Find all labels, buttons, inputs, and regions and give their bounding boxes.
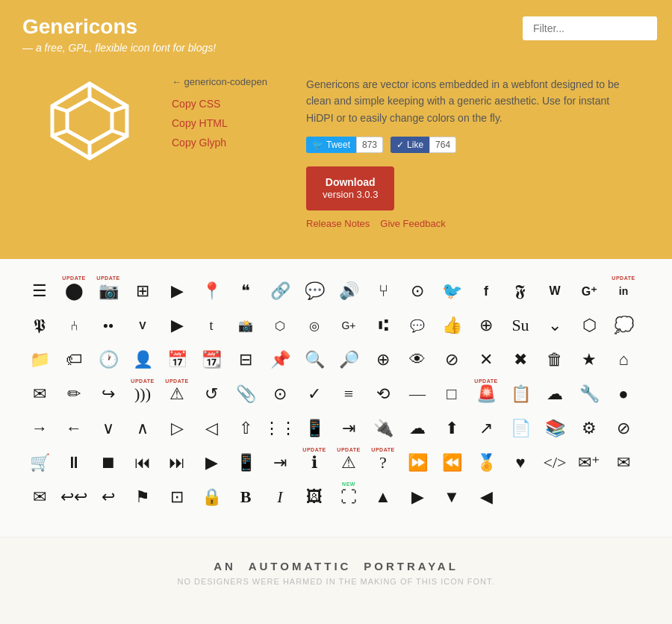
icon-linkedin[interactable]: UPDATE in — [606, 274, 641, 308]
icon-tumblr[interactable]: t — [194, 308, 228, 343]
icon-mail2[interactable]: ✉ — [606, 446, 641, 480]
icon-pages[interactable]: ⊡ — [160, 480, 194, 514]
give-feedback-link[interactable]: Give Feedback — [380, 218, 445, 229]
icon-clock[interactable]: 🕐 — [91, 343, 125, 377]
icon-instagram[interactable]: 📸 — [228, 308, 263, 343]
icon-grid2[interactable]: ⊟ — [228, 343, 263, 377]
copy-css-link[interactable]: Copy CSS — [172, 98, 276, 110]
icon-arrow-left[interactable]: ← — [57, 411, 91, 446]
like-button[interactable]: ✓ Like — [391, 137, 429, 153]
icon-document[interactable]: 📄 — [503, 411, 538, 446]
icon-chevron-down2[interactable]: ▼ — [435, 480, 469, 514]
icon-italic[interactable]: I — [263, 480, 297, 514]
icon-upload[interactable]: ⇧ — [228, 411, 263, 446]
icon-skip-forward[interactable]: ⏩ — [400, 446, 435, 480]
icon-apps[interactable]: ⋮⋮ — [263, 411, 297, 446]
icon-heart[interactable]: ♥ — [503, 446, 538, 480]
icon-pocket[interactable]: ⌄ — [538, 308, 572, 343]
release-notes-link[interactable]: Release Notes — [306, 218, 370, 229]
icon-dropbox[interactable]: ⬡ — [572, 308, 606, 343]
icon-chevron-left[interactable]: ◀ — [469, 480, 503, 514]
icon-reddit[interactable]: ⊕ — [469, 308, 503, 343]
icon-pushpin[interactable]: 📌 — [263, 343, 297, 377]
icon-mail[interactable]: ✉ — [22, 377, 57, 411]
icon-x[interactable]: ✖ — [503, 343, 538, 377]
icon-tag[interactable]: 🏷 — [57, 343, 91, 377]
icon-pinterest[interactable]: ⑃ — [57, 308, 91, 343]
icon-search-plus[interactable]: ⊕ — [366, 343, 400, 377]
icon-github[interactable]: ⑂ — [366, 274, 400, 308]
icon-location[interactable]: ⊙ — [263, 377, 297, 411]
icon-triangle-up[interactable]: ▲ — [366, 480, 400, 514]
icon-trash[interactable]: 🗑 — [538, 343, 572, 377]
icon-camera[interactable]: UPDATE📷 — [91, 274, 125, 308]
copy-html-link[interactable]: Copy HTML — [172, 117, 276, 129]
icon-link[interactable]: 🔗 — [263, 274, 297, 308]
icon-play[interactable]: ▶ — [160, 274, 194, 308]
icon-flag[interactable]: ⚑ — [125, 480, 160, 514]
icon-chat[interactable]: 💬 — [297, 274, 332, 308]
icon-pencil[interactable]: ✏ — [57, 377, 91, 411]
icon-arrow-right[interactable]: → — [22, 411, 57, 446]
download-button[interactable]: Download version 3.0.3 — [306, 166, 394, 210]
icon-cloud-upload[interactable]: ⬆ — [435, 411, 469, 446]
icon-cycle[interactable]: ⟲ — [366, 377, 400, 411]
icon-prev[interactable]: ⏮ — [125, 446, 160, 480]
icon-thumbsup[interactable]: 👍 — [435, 308, 469, 343]
icon-cart[interactable]: 🛒 — [22, 446, 57, 480]
icon-close[interactable]: ✕ — [469, 343, 503, 377]
tweet-button[interactable]: 🐦 Tweet — [306, 137, 356, 153]
icon-next[interactable]: ⏭ — [160, 446, 194, 480]
icon-info[interactable]: UPDATEℹ — [297, 446, 332, 480]
icon-alert[interactable]: UPDATE⚠ — [160, 377, 194, 411]
icon-fullscreen[interactable]: NEW⛶ — [332, 480, 366, 514]
icon-code[interactable]: </> — [538, 446, 572, 480]
icon-minus[interactable]: — — [400, 377, 435, 411]
icon-mail-open[interactable]: ✉ — [22, 480, 57, 514]
icon-cloud[interactable]: ☁ — [538, 377, 572, 411]
icon-triangle-left[interactable]: ◁ — [194, 411, 228, 446]
icon-attachment[interactable]: 📎 — [228, 377, 263, 411]
icon-calendar[interactable]: 📅 — [160, 343, 194, 377]
icon-polarity[interactable]: ◎ — [297, 308, 332, 343]
icon-pinterest-p[interactable]: 𝕻 — [22, 308, 57, 343]
icon-skype[interactable]: 💬 — [400, 308, 435, 343]
icon-pin[interactable]: 📍 — [194, 274, 228, 308]
icon-quote[interactable]: ❝ — [228, 274, 263, 308]
icon-gear[interactable]: ⚙ — [572, 411, 606, 446]
icon-googleplus2[interactable]: G+ — [332, 308, 366, 343]
icon-rss[interactable]: UPDATE))) — [125, 377, 160, 411]
icon-book[interactable]: 📚 — [538, 411, 572, 446]
icon-comment-bubble[interactable]: 💭 — [606, 308, 641, 343]
icon-circle[interactable]: UPDATE⬤ — [57, 274, 91, 308]
icon-search-minus[interactable]: 🔎 — [332, 343, 366, 377]
icon-image[interactable]: 🖼 — [297, 480, 332, 514]
icon-phone[interactable]: 📱 — [297, 411, 332, 446]
icon-facebook-f[interactable]: f — [469, 274, 503, 308]
icon-external-link[interactable]: ↗ — [469, 411, 503, 446]
icon-calendar2[interactable]: 📆 — [194, 343, 228, 377]
icon-forward[interactable]: ↪ — [91, 377, 125, 411]
icon-lines[interactable]: ≡ — [332, 377, 366, 411]
icon-vimeo[interactable]: V — [125, 308, 160, 343]
icon-exit2[interactable]: ⇥ — [263, 446, 297, 480]
icon-wrench[interactable]: 🔧 — [572, 377, 606, 411]
icon-mail-compose[interactable]: ✉⁺ — [572, 446, 606, 480]
icon-reply-all[interactable]: ↩↩ — [57, 480, 91, 514]
icon-grid[interactable]: ⊞ — [125, 274, 160, 308]
icon-warning2[interactable]: UPDATE⚠ — [332, 446, 366, 480]
icon-skip-back[interactable]: ⏪ — [435, 446, 469, 480]
icon-youtube[interactable]: ▶ — [160, 308, 194, 343]
icon-list[interactable]: ☰ — [22, 274, 57, 308]
icon-facebook[interactable]: 𝕱 — [503, 274, 538, 308]
icon-stop[interactable]: ⏹ — [91, 446, 125, 480]
icon-clipboard[interactable]: 📋 — [503, 377, 538, 411]
icon-codepen[interactable]: ⬡ — [263, 308, 297, 343]
icon-pause[interactable]: ⏸ — [57, 446, 91, 480]
icon-square[interactable]: □ — [435, 377, 469, 411]
icon-checkmark[interactable]: ✓ — [297, 377, 332, 411]
icon-chevron-up[interactable]: ∧ — [125, 411, 160, 446]
icon-cloud2[interactable]: ☁ — [400, 411, 435, 446]
icon-folder[interactable]: 📁 — [22, 343, 57, 377]
icon-play2[interactable]: ▶ — [194, 446, 228, 480]
